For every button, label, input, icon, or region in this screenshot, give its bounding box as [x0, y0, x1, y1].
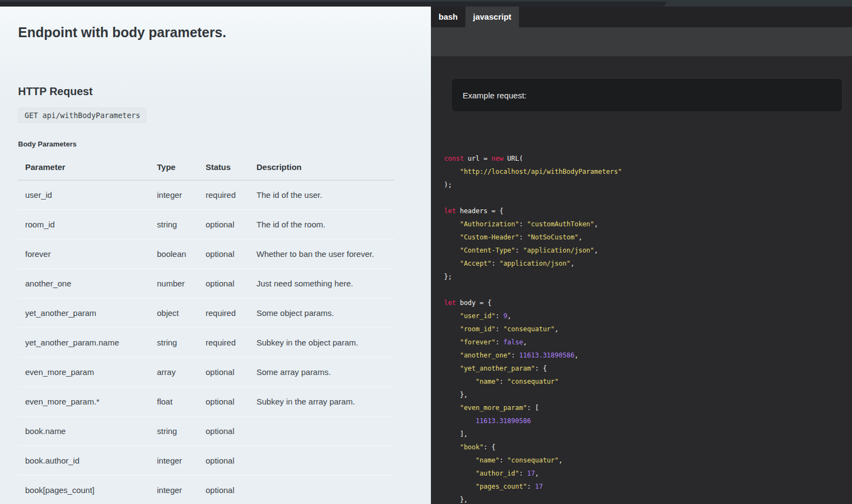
- code-token-num: false: [503, 338, 523, 346]
- cell-description: [249, 446, 395, 476]
- code-token-pl: ,: [535, 470, 539, 477]
- code-token-pl: :: [519, 470, 527, 477]
- code-token-str: "Content-Type": [460, 247, 515, 254]
- code-token-str: "another_one": [460, 351, 511, 359]
- code-token-pl: ,: [594, 220, 598, 228]
- code-token-kw: const: [444, 155, 464, 162]
- column-header-type: Type: [150, 156, 199, 180]
- code-token-num: 11613.31890586: [519, 351, 574, 359]
- code-token-pl: [444, 233, 460, 241]
- table-row: room_idstringoptionalThe id of the room.: [18, 210, 395, 239]
- code-token-pl: [444, 325, 460, 333]
- cell-status: optional: [199, 269, 249, 298]
- code-token-str: "forever": [460, 338, 495, 346]
- cell-parameter: book.author_id: [18, 446, 150, 476]
- endpoint-method-badge: GET api/withBodyParameters: [18, 108, 147, 123]
- body-parameters-label: Body Parameters: [18, 140, 413, 148]
- cell-parameter: book[pages_count]: [18, 476, 150, 504]
- table-row: another_onenumberoptionalJust need somet…: [18, 269, 395, 298]
- cell-description: [249, 417, 395, 446]
- cell-description: Some array params.: [249, 358, 395, 387]
- cell-status: required: [199, 298, 249, 328]
- code-token-str: "Authorization": [460, 220, 519, 228]
- code-token-str: "consequatur": [507, 378, 559, 385]
- code-token-pl: [444, 443, 460, 451]
- code-token-pl: [444, 417, 476, 425]
- cell-type: integer: [150, 446, 199, 476]
- cell-type: string: [150, 328, 199, 358]
- cell-status: required: [199, 328, 249, 358]
- cell-status: optional: [199, 476, 249, 504]
- cell-parameter: another_one: [18, 269, 150, 298]
- code-token-pl: [444, 351, 460, 359]
- cell-description: The id of the user.: [249, 180, 395, 210]
- code-token-pl: [444, 470, 476, 477]
- table-row: yet_another_param.namestringrequiredSubk…: [18, 328, 395, 358]
- cell-type: string: [150, 210, 199, 239]
- code-token-pl: :: [495, 312, 503, 320]
- code-token-str: "pages_count": [476, 483, 527, 490]
- table-row: even_more_param.*floatoptionalSubkey in …: [18, 387, 395, 417]
- browser-chrome-strip: [0, 0, 852, 7]
- code-token-pl: URL(: [503, 155, 523, 162]
- code-token-pl: ,: [559, 456, 563, 464]
- code-token-pl: ,: [507, 312, 511, 320]
- body-parameters-rows: user_idintegerrequiredThe id of the user…: [18, 180, 395, 504]
- code-token-str: "customAuthToken": [527, 220, 594, 228]
- code-token-pl: [444, 312, 460, 320]
- cell-parameter: forever: [18, 239, 150, 269]
- code-token-pl: :: [492, 260, 499, 267]
- column-header-description: Description: [249, 156, 395, 180]
- code-token-str: "name": [476, 378, 499, 385]
- code-token-pl: headers = {: [456, 207, 504, 215]
- code-token-str: "Custom-Header": [460, 233, 519, 241]
- table-row: user_idintegerrequiredThe id of the user…: [18, 180, 395, 210]
- code-token-num: 9: [503, 312, 507, 320]
- table-row: yet_another_paramobjectrequiredSome obje…: [18, 298, 395, 328]
- cell-type: string: [150, 417, 199, 446]
- cell-description: Subkey in the array param.: [249, 387, 395, 417]
- table-row: book[pages_count]integeroptional: [18, 476, 395, 504]
- cell-status: optional: [199, 239, 249, 269]
- code-token-str: "yet_another_param": [460, 365, 535, 372]
- language-tabbar: bashjavascript: [431, 7, 852, 27]
- code-token-pl: [444, 456, 476, 464]
- code-token-pl: : {: [535, 365, 547, 372]
- cell-status: required: [199, 180, 249, 210]
- code-token-kw: let: [444, 207, 456, 215]
- cell-parameter: yet_another_param.name: [18, 328, 150, 358]
- tab-javascript[interactable]: javascript: [465, 7, 519, 27]
- tabbar-extension-band: [431, 27, 852, 56]
- cell-type: integer: [150, 476, 199, 504]
- cell-type: array: [150, 358, 199, 387]
- code-token-pl: body = {: [456, 299, 492, 307]
- code-token-pl: :: [499, 456, 507, 464]
- code-token-num: 11613.31890586: [476, 417, 531, 425]
- cell-status: optional: [199, 417, 249, 446]
- code-token-pl: ,: [574, 351, 578, 359]
- code-token-pl: [444, 378, 476, 385]
- table-row: foreverbooleanoptionalWhether to ban the…: [18, 239, 395, 269]
- code-token-str: "book": [460, 443, 483, 451]
- table-row: book.author_idintegeroptional: [18, 446, 395, 476]
- code-token-pl: :: [499, 378, 507, 385]
- code-token-pl: :: [519, 220, 527, 228]
- code-token-pl: };: [444, 273, 452, 280]
- cell-parameter: yet_another_param: [18, 298, 150, 328]
- cell-type: boolean: [150, 239, 199, 269]
- tab-bash[interactable]: bash: [431, 7, 465, 27]
- code-token-pl: ,: [579, 233, 582, 241]
- code-token-pl: );: [444, 181, 452, 189]
- cell-description: Some object params.: [249, 298, 395, 328]
- code-token-str: "consequatur": [507, 456, 559, 464]
- code-token-pl: [444, 365, 460, 372]
- code-token-pl: :: [527, 483, 535, 490]
- cell-description: The id of the room.: [249, 210, 395, 239]
- code-token-pl: ,: [570, 260, 574, 267]
- cell-parameter: even_more_param.*: [18, 387, 150, 417]
- cell-parameter: user_id: [18, 180, 150, 210]
- code-token-str: "name": [476, 456, 499, 464]
- docs-content-panel: Endpoint with body parameters. HTTP Requ…: [0, 7, 431, 504]
- browser-tab-edge: [0, 2, 666, 7]
- cell-status: optional: [199, 387, 249, 417]
